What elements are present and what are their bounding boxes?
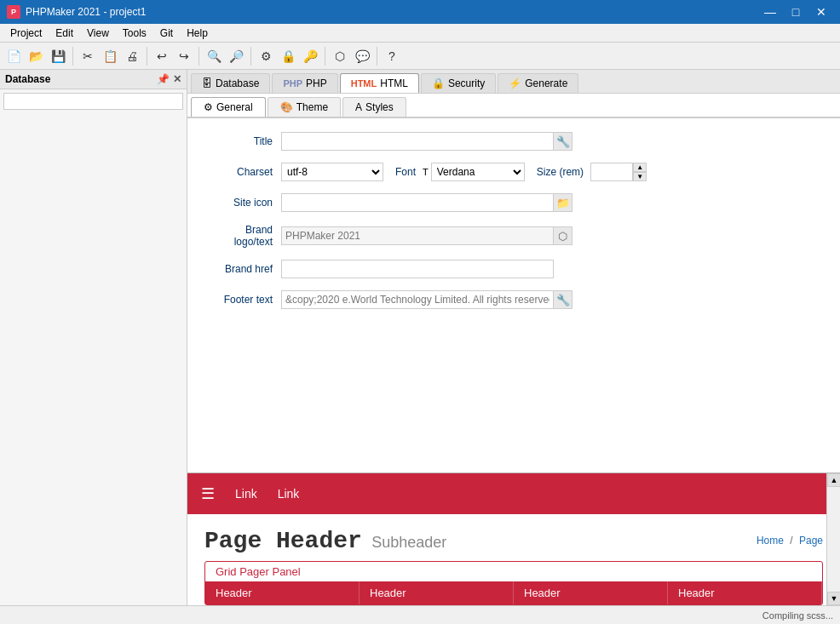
grid-header-2: Header	[514, 581, 668, 604]
menu-view[interactable]: View	[80, 26, 116, 41]
title-input[interactable]	[281, 132, 554, 151]
brand-label: Brand logo/text	[204, 224, 281, 248]
page-header-preview: Page Header Subheader Home / Page	[187, 514, 840, 561]
menu-edit[interactable]: Edit	[49, 26, 80, 41]
brand-btn[interactable]: ⬡	[554, 226, 572, 245]
html-tab-icon: HTML	[351, 78, 377, 89]
left-panel-title: Database	[5, 73, 50, 85]
toolbar-search[interactable]: 🔍	[204, 46, 224, 66]
hamburger-icon: ☰	[201, 484, 215, 503]
left-panel-close-icon[interactable]: ✕	[173, 73, 181, 85]
php-tab-icon: PHP	[283, 78, 302, 89]
toolbar-undo[interactable]: ↩	[152, 46, 172, 66]
page-header-title: Page Header	[204, 528, 362, 554]
status-message: Compiling scss...	[762, 610, 833, 621]
navbar-preview: ☰ Link Link	[187, 473, 840, 514]
menu-bar: Project Edit View Tools Git Help	[0, 24, 840, 43]
siteicon-label: Site icon	[204, 197, 281, 209]
title-btn[interactable]: 🔧	[554, 132, 572, 151]
toolbar-key[interactable]: 🔑	[300, 46, 320, 66]
menu-tools[interactable]: Tools	[116, 26, 153, 41]
siteicon-btn[interactable]: 📁	[554, 193, 572, 212]
siteicon-input-group: 📁	[281, 193, 572, 212]
page-header-left: Page Header Subheader	[204, 528, 446, 554]
charset-select[interactable]: utf-8 utf-16 iso-8859-1	[281, 163, 383, 181]
toolbar-help[interactable]: ?	[382, 46, 402, 66]
toolbar-sep-2	[147, 47, 147, 66]
styles-tab-icon: A	[355, 101, 362, 113]
scroll-down-btn[interactable]: ▼	[827, 592, 840, 605]
toolbar: 📄 📂 💾 ✂ 📋 🖨 ↩ ↪ 🔍 🔎 ⚙ 🔒 🔑 ⬡ 💬 ?	[0, 43, 840, 70]
tab-database[interactable]: 🗄 Database	[191, 73, 270, 93]
menu-project[interactable]: Project	[3, 26, 49, 41]
menu-git[interactable]: Git	[153, 26, 180, 41]
footer-input[interactable]	[281, 290, 554, 309]
toolbar-settings[interactable]: ⚙	[256, 46, 276, 66]
brand-input[interactable]	[281, 226, 554, 245]
php-tab-label: PHP	[306, 77, 327, 89]
pin-icon[interactable]: 📌	[157, 73, 170, 85]
nav-link-2[interactable]: Link	[278, 487, 300, 501]
grid-header-3: Header	[668, 581, 822, 604]
scroll-up-btn[interactable]: ▲	[827, 473, 840, 487]
size-input[interactable]: 0.875	[590, 163, 633, 181]
toolbar-save[interactable]: 💾	[48, 46, 68, 66]
tab-security[interactable]: 🔒 Security	[421, 73, 496, 93]
toolbar-zoom[interactable]: 🔎	[226, 46, 246, 66]
theme-tab-icon: 🎨	[280, 101, 293, 113]
left-panel-icons: 📌 ✕	[157, 73, 181, 85]
window-controls: — □ ✕	[758, 0, 833, 24]
toolbar-sep-3	[198, 47, 199, 66]
window-title: PHPMaker 2021 - project1	[26, 6, 146, 18]
toolbar-redo[interactable]: ↪	[174, 46, 194, 66]
toolbar-chat[interactable]: 💬	[352, 46, 372, 66]
size-up-btn[interactable]: ▲	[633, 163, 647, 172]
size-down-btn[interactable]: ▼	[633, 172, 647, 181]
tab-php[interactable]: PHP PHP	[272, 73, 337, 93]
nav-link-1[interactable]: Link	[235, 487, 257, 501]
secondary-tab-bar: ⚙ General 🎨 Theme A Styles	[187, 94, 840, 118]
toolbar-hex[interactable]: ⬡	[330, 46, 350, 66]
toolbar-print[interactable]: 🖨	[122, 46, 142, 66]
footer-label: Footer text	[204, 294, 281, 306]
title-row: Title 🔧	[204, 132, 823, 151]
tab-styles[interactable]: A Styles	[342, 97, 406, 117]
brandhref-row: Brand href	[204, 260, 823, 278]
toolbar-open[interactable]: 📂	[26, 46, 46, 66]
title-bar: P PHPMaker 2021 - project1 — □ ✕	[0, 0, 840, 24]
grid-header-1: Header	[360, 581, 514, 604]
theme-tab-label: Theme	[296, 101, 328, 113]
footer-btn[interactable]: 🔧	[554, 290, 572, 309]
tab-general[interactable]: ⚙ General	[191, 97, 266, 117]
breadcrumb-sep: /	[790, 535, 792, 547]
generate-tab-icon: ⚡	[509, 77, 521, 89]
toolbar-new[interactable]: 📄	[3, 46, 24, 66]
brand-row: Brand logo/text ⬡	[204, 224, 823, 248]
toolbar-copy[interactable]: 📋	[100, 46, 120, 66]
tab-generate[interactable]: ⚡ Generate	[498, 73, 578, 93]
primary-tab-bar: 🗄 Database PHP PHP HTML HTML 🔒 Security …	[187, 70, 840, 94]
content-area: ⚙ General 🎨 Theme A Styles Title	[187, 94, 840, 605]
database-tab-icon: 🗄	[202, 77, 212, 89]
font-label: Font	[395, 166, 416, 178]
tab-html[interactable]: HTML HTML	[340, 73, 419, 93]
maximize-button[interactable]: □	[784, 0, 808, 24]
breadcrumb-home[interactable]: Home	[757, 535, 784, 547]
tab-theme[interactable]: 🎨 Theme	[268, 97, 341, 117]
form-area: Title 🔧 Charset utf-8 utf-16 iso-8859-1 …	[187, 118, 840, 472]
grid-pager-label: Grid Pager Panel	[205, 562, 822, 581]
database-search-input[interactable]	[3, 93, 183, 110]
status-bar: Compiling scss...	[0, 605, 840, 624]
close-button[interactable]: ✕	[809, 0, 833, 24]
right-content: 🗄 Database PHP PHP HTML HTML 🔒 Security …	[187, 70, 840, 605]
font-select[interactable]: Verdana Arial Times New Roman	[431, 163, 525, 181]
minimize-button[interactable]: —	[758, 0, 782, 24]
toolbar-lock[interactable]: 🔒	[278, 46, 298, 66]
brandhref-input[interactable]	[281, 260, 554, 278]
menu-help[interactable]: Help	[180, 26, 215, 41]
toolbar-sep-4	[250, 47, 251, 66]
preview-scrollbar[interactable]: ▲ ▼	[826, 473, 840, 605]
siteicon-input[interactable]	[281, 193, 554, 212]
charset-row: Charset utf-8 utf-16 iso-8859-1 Font T V…	[204, 163, 823, 181]
toolbar-cut[interactable]: ✂	[78, 46, 98, 66]
